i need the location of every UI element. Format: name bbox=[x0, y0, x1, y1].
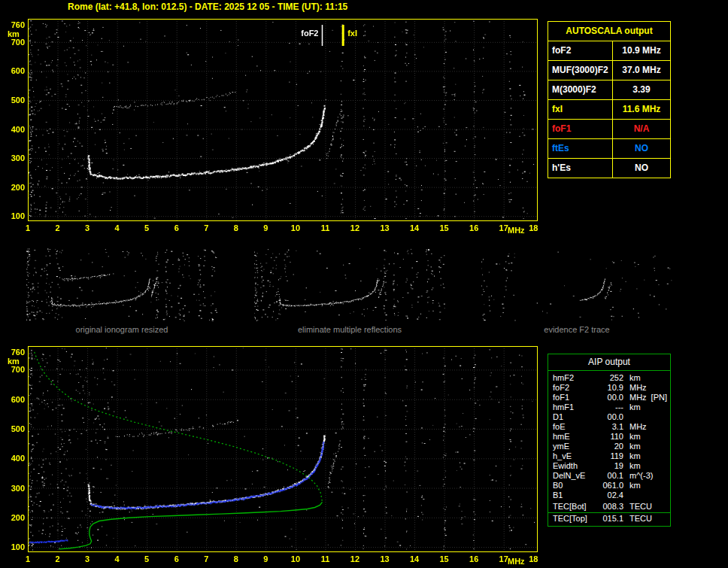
aip-param-value: 252 bbox=[596, 373, 623, 383]
autoscala-row-ftes: ftEs NO bbox=[548, 139, 670, 159]
aip-param-unit: m^(-3) bbox=[623, 471, 653, 481]
aip-param-value: 20 bbox=[596, 442, 623, 451]
aip-row-foe: foE 3.1 MHz bbox=[548, 422, 670, 432]
aip-param-name: DelN_vE bbox=[548, 471, 596, 481]
autoscala-param-label: foF2 bbox=[548, 41, 613, 60]
aip-row-hmf2: hmF2 252 km bbox=[548, 373, 670, 383]
autoscala-row-fof2: foF2 10.9 MHz bbox=[548, 41, 670, 61]
aip-param-value: 008.3 bbox=[596, 502, 623, 512]
aip-param-note: [PN] bbox=[647, 393, 667, 402]
aip-param-name: h_vE bbox=[548, 451, 596, 461]
aip-row-yme: ymE 20 km bbox=[548, 442, 670, 451]
aip-param-name: foF2 bbox=[548, 383, 596, 393]
aip-param-value: 015.1 bbox=[596, 514, 623, 524]
aip-param-value: 00.0 bbox=[596, 393, 623, 402]
aip-param-value: 00.0 bbox=[596, 412, 623, 422]
tec-separator bbox=[548, 512, 670, 513]
aip-row-hmf1: hmF1 --- km bbox=[548, 402, 670, 412]
aip-param-value: 119 bbox=[596, 451, 623, 461]
aip-row-delnve: DelN_vE 00.1 m^(-3) bbox=[548, 471, 670, 481]
aip-param-unit: TECU bbox=[623, 502, 652, 512]
autoscala-row-fof1: foF1 N/A bbox=[548, 120, 670, 139]
autoscala-param-value: NO bbox=[613, 159, 670, 178]
aip-param-value: 110 bbox=[596, 432, 623, 442]
aip-param-unit: km bbox=[623, 451, 641, 461]
aip-param-value: 19 bbox=[596, 461, 623, 471]
autoscala-row-fxi: fxI 11.6 MHz bbox=[548, 100, 670, 120]
autoscala-param-label: fxI bbox=[548, 100, 613, 119]
aip-row-b1: B1 02.4 bbox=[548, 491, 670, 500]
aip-param-unit: MHz bbox=[623, 393, 647, 402]
top-ionogram-canvas bbox=[0, 15, 546, 241]
aip-param-name: foF1 bbox=[548, 393, 596, 402]
autoscala-table-title: AUTOSCALA output bbox=[548, 22, 670, 41]
aip-param-unit: km bbox=[623, 432, 641, 442]
aip-row-tec-bot: TEC[Bot] 008.3 TECU bbox=[548, 502, 670, 512]
thumbnail-original-ionogram-canvas bbox=[26, 247, 217, 322]
aip-param-name: TEC[Bot] bbox=[548, 502, 596, 512]
autoscala-param-value: 11.6 MHz bbox=[613, 100, 670, 119]
autoscala-param-value: 37.0 MHz bbox=[613, 61, 670, 80]
aip-param-name: Ewidth bbox=[548, 461, 596, 471]
aip-tec-section: TEC[Bot] 008.3 TECU TEC[Top] 015.1 TECU bbox=[548, 502, 670, 526]
autoscala-param-value: N/A bbox=[613, 120, 670, 138]
aip-table-title: AIP output bbox=[548, 354, 670, 371]
aip-param-value: --- bbox=[596, 402, 623, 412]
aip-param-unit: km bbox=[623, 442, 641, 451]
aip-param-value: 061.0 bbox=[596, 481, 623, 491]
aip-param-name: hmF2 bbox=[548, 373, 596, 383]
autoscala-param-value: NO bbox=[613, 139, 670, 158]
aip-row-hme: hmE 110 km bbox=[548, 432, 670, 442]
aip-param-unit: km bbox=[623, 402, 641, 412]
aip-param-unit: km bbox=[623, 373, 641, 383]
thumbnail-caption: evidence F2 trace bbox=[481, 325, 672, 334]
aip-param-name: hmE bbox=[548, 432, 596, 442]
aip-row-ewidth: Ewidth 19 km bbox=[548, 461, 670, 471]
aip-param-unit: km bbox=[623, 481, 641, 491]
aip-row-b0: B0 061.0 km bbox=[548, 481, 670, 491]
aip-table-body: hmF2 252 km foF2 10.9 MHz foF1 00.0 MHz … bbox=[548, 371, 670, 526]
autoscala-output-table: AUTOSCALA output foF2 10.9 MHz MUF(3000)… bbox=[548, 21, 671, 178]
aip-row-fof2: foF2 10.9 MHz bbox=[548, 383, 670, 393]
aip-param-name: foE bbox=[548, 422, 596, 432]
autoscala-row-m3000f2: M(3000)F2 3.39 bbox=[548, 80, 670, 100]
aip-param-unit: TECU bbox=[623, 514, 652, 524]
autoscala-row-muf3000f2: MUF(3000)F2 37.0 MHz bbox=[548, 61, 670, 80]
autoscala-param-label: h'Es bbox=[548, 159, 613, 178]
autoscala-screen: Rome (lat: +41.8, lon: 012.5) - DATE: 20… bbox=[0, 0, 728, 568]
aip-row-d1: D1 00.0 bbox=[548, 412, 670, 422]
autoscala-param-value: 3.39 bbox=[613, 80, 670, 99]
aip-param-unit: MHz bbox=[623, 422, 647, 432]
thumbnail-caption: eliminate multiple reflections bbox=[254, 325, 445, 334]
aip-param-name: B0 bbox=[548, 481, 596, 491]
aip-param-name: B1 bbox=[548, 491, 596, 500]
aip-param-unit bbox=[623, 412, 629, 422]
autoscala-param-value: 10.9 MHz bbox=[613, 41, 670, 60]
autoscala-param-label: ftEs bbox=[548, 139, 613, 158]
aip-param-unit: km bbox=[623, 461, 641, 471]
aip-output-table: AIP output hmF2 252 km foF2 10.9 MHz foF… bbox=[548, 354, 671, 527]
autoscala-param-label: foF1 bbox=[548, 120, 613, 138]
thumbnail-multiple-reflections-canvas bbox=[254, 247, 445, 322]
aip-param-unit bbox=[623, 491, 629, 500]
aip-param-name: ymE bbox=[548, 442, 596, 451]
thumbnail-f2-trace-canvas bbox=[481, 247, 672, 322]
aip-param-unit: MHz bbox=[623, 383, 647, 393]
aip-row-hve: h_vE 119 km bbox=[548, 451, 670, 461]
autoscala-param-label: MUF(3000)F2 bbox=[548, 61, 613, 80]
page-title: Rome (lat: +41.8, lon: 012.5) - DATE: 20… bbox=[68, 2, 347, 12]
aip-param-name: hmF1 bbox=[548, 402, 596, 412]
aip-param-value: 10.9 bbox=[596, 383, 623, 393]
aip-row-fof1: foF1 00.0 MHz [PN] bbox=[548, 393, 670, 402]
aip-param-name: D1 bbox=[548, 412, 596, 422]
aip-row-tec-top: TEC[Top] 015.1 TECU bbox=[548, 514, 670, 524]
aip-param-value: 00.1 bbox=[596, 471, 623, 481]
aip-param-name: TEC[Top] bbox=[548, 514, 596, 524]
aip-param-value: 02.4 bbox=[596, 491, 623, 500]
bottom-ionogram-canvas bbox=[0, 339, 546, 568]
autoscala-param-label: M(3000)F2 bbox=[548, 80, 613, 99]
thumbnail-caption: original ionogram resized bbox=[26, 325, 217, 334]
aip-param-value: 3.1 bbox=[596, 422, 623, 432]
autoscala-row-hpes: h'Es NO bbox=[548, 159, 670, 178]
